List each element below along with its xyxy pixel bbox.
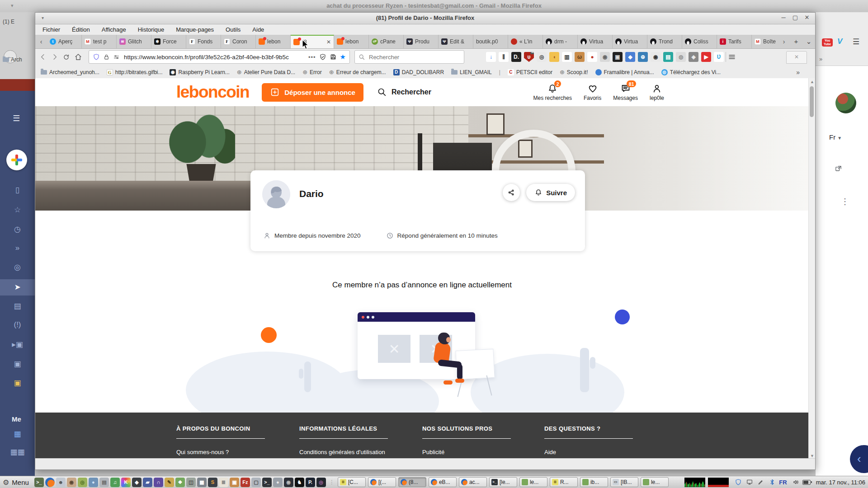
launcher-ribbon-icon[interactable]: ▰ <box>143 478 152 487</box>
taskbar-window-ib[interactable]: ib... <box>580 477 608 487</box>
taskbar-window-ac[interactable]: ac... <box>459 477 487 487</box>
bookmark-scoop-it-[interactable]: ⊕Scoop.it! <box>560 69 588 75</box>
launcher-display-icon[interactable]: ▢ <box>251 478 261 487</box>
scroll-tabs-left-button[interactable]: ‹ <box>35 35 47 48</box>
nav-favoris[interactable]: Favoris <box>584 83 601 101</box>
tab-Trond[interactable]: Trond <box>647 35 682 48</box>
camera-icon[interactable]: ◉ <box>600 52 610 62</box>
bookmark-raspberry-pi-learn-[interactable]: ◉Raspberry Pi Learn... <box>170 69 229 75</box>
kebab-menu-icon[interactable]: ⋮ <box>841 197 849 206</box>
footer-link[interactable]: Aide <box>544 449 657 455</box>
bookmark-error[interactable]: ⊕Error <box>302 69 322 75</box>
new-tab-button[interactable]: + <box>790 35 802 48</box>
sidebar-send-icon[interactable]: ➤ <box>0 279 35 296</box>
sidebar-photo-icon[interactable]: ▦ <box>0 426 35 442</box>
taskbar-window-R[interactable]: ≣R... <box>550 477 578 487</box>
site-search-button[interactable]: Rechercher <box>377 87 431 97</box>
minimize-button[interactable]: ─ <box>780 14 787 21</box>
home-icon[interactable] <box>74 53 86 61</box>
launcher-filezilla-icon[interactable]: Fz <box>241 478 250 487</box>
launcher-orb-icon[interactable]: ● <box>89 478 98 487</box>
bookmarks-overflow-icon[interactable]: » <box>819 56 822 62</box>
balls-icon[interactable]: ● <box>587 52 597 62</box>
tab-Fonds[interactable]: FFonds <box>186 35 221 48</box>
share-button[interactable] <box>503 184 520 201</box>
leboncoin-logo[interactable]: leboncoin <box>176 83 249 102</box>
footer-link[interactable]: Qui sommes-nous ? <box>176 449 289 455</box>
close-fragment-icon[interactable]: ✕ <box>786 51 807 64</box>
sidebar-folder-collapsed-icon[interactable]: ▸▣ <box>0 337 35 353</box>
json-icon[interactable]: ◆ <box>625 52 635 62</box>
battery-icon[interactable] <box>802 480 811 485</box>
tab-close-icon[interactable]: ✕ <box>326 39 331 45</box>
bookmark-atelier-pure-data-d-[interactable]: ⊕Atelier Pure Data D... <box>237 69 295 75</box>
tab-Coron[interactable]: FCoron <box>221 35 256 48</box>
taskbar-window-le[interactable]: >_[le... <box>489 477 517 487</box>
tab-Coliss[interactable]: Coliss <box>682 35 717 48</box>
tray-shield-icon[interactable] <box>734 478 742 486</box>
tab-« L'in[interactable]: « L'in <box>508 35 543 48</box>
taskbar-window-IB[interactable]: ▭[IB... <box>610 477 638 487</box>
library-icon[interactable]: ⫼ <box>499 52 509 62</box>
url-input[interactable] <box>123 53 305 61</box>
launcher-box-icon[interactable]: ▣ <box>230 478 239 487</box>
follow-button[interactable]: Suivre <box>526 184 575 201</box>
floppy-teal-icon[interactable]: ▤ <box>663 52 673 62</box>
launcher-music-icon[interactable]: ♫ <box>110 478 120 487</box>
sidebar-history-icon[interactable]: ◷ <box>0 221 35 238</box>
language-selector[interactable]: Fr▼ <box>829 133 842 141</box>
bookmark-fragment[interactable]: Arch <box>11 56 22 63</box>
sidebar-folder-icon[interactable]: ▣ <box>0 356 35 372</box>
sidebar-chevrons-icon[interactable]: » <box>0 240 35 256</box>
sidebar-phone-icon[interactable]: ▯ <box>0 182 35 198</box>
ublock-icon[interactable]: ᴜ18 <box>524 52 534 62</box>
bookmark-petscii-editor[interactable]: CPETSCII editor <box>508 69 552 75</box>
youtube-icon[interactable]: ▶ <box>701 52 711 62</box>
background-tab-fragment[interactable]: (1) E <box>3 19 14 25</box>
launcher-camera-icon[interactable]: ◉ <box>284 478 293 487</box>
menu-item-fichier[interactable]: Fichier <box>42 26 60 33</box>
tray-monitor-icon[interactable] <box>745 478 754 486</box>
bookmark-erreur-de-chargem-[interactable]: ⊕Erreur de chargem... <box>329 69 386 75</box>
scroll-down-icon[interactable]: ▼ <box>810 454 814 458</box>
bookmark-t-l-chargez-des-vi-[interactable]: ◎Téléchargez des Vi... <box>661 69 721 75</box>
download-icon[interactable]: ↓ <box>486 52 496 62</box>
bookmark-http-bitrates-gifbi-[interactable]: Ghttp://bitrates.gifbi... <box>107 69 163 75</box>
launcher-calculator-icon[interactable]: ▦ <box>197 478 207 487</box>
taskbar-window-8[interactable]: (8... <box>398 477 426 487</box>
back-icon[interactable] <box>39 53 51 61</box>
menu-button[interactable]: ⚙ Menu <box>3 478 29 487</box>
launcher-terminal-icon[interactable]: >_ <box>34 478 44 487</box>
menu-item-affichage[interactable]: Affichage <box>102 26 126 33</box>
volume-icon[interactable] <box>793 479 800 486</box>
taskbar-window-eB[interactable]: eB... <box>429 477 457 487</box>
sidebar-me-label[interactable]: Me <box>12 415 21 423</box>
menu-item-aide[interactable]: Aide <box>252 26 264 33</box>
tab-boutik.p0[interactable]: boutik.p0 <box>473 35 508 48</box>
launcher-unity-icon[interactable]: ◆ <box>132 478 142 487</box>
footer-link[interactable]: Publicité <box>422 449 535 455</box>
bookmark-archeomed-yunoh-[interactable]: Archeomed_yunoh... <box>41 69 99 75</box>
tray-brush-icon[interactable] <box>757 478 765 486</box>
open-in-new-icon[interactable] <box>835 165 842 173</box>
taskbar-window-C[interactable]: ≣[C... <box>338 477 366 487</box>
menu-item-dition[interactable]: Édition <box>72 26 90 33</box>
launcher-blobs-icon[interactable]: ❖ <box>175 478 185 487</box>
permissions-icon[interactable] <box>113 54 120 61</box>
tab-lebon[interactable]: lebon <box>334 35 369 48</box>
report-shield-icon[interactable] <box>319 53 326 61</box>
globe-down-icon[interactable]: ⊕ <box>638 52 648 62</box>
taskbar-window-le[interactable]: le... <box>641 477 669 487</box>
forward-icon[interactable] <box>51 53 62 61</box>
bookmark-lien-gmail[interactable]: LIEN_GMAIL <box>451 69 492 75</box>
sidebar-keyboard-icon[interactable]: ▦▦ <box>0 444 35 460</box>
sidebar-folder-yellow-icon[interactable]: ▣ <box>0 375 35 391</box>
launcher-horse-icon[interactable]: ♞ <box>295 478 304 487</box>
film-icon[interactable]: ◈ <box>689 52 698 62</box>
maximize-button[interactable]: ▢ <box>792 14 799 21</box>
launcher-spiral-icon[interactable]: ◎ <box>78 478 87 487</box>
bookmarks-overflow-icon[interactable]: » <box>796 69 800 76</box>
tab-Boîte[interactable]: MBoîte <box>752 35 778 48</box>
keyboard-layout[interactable]: FR <box>779 479 787 486</box>
tab-Force[interactable]: ✱Force <box>151 35 186 48</box>
